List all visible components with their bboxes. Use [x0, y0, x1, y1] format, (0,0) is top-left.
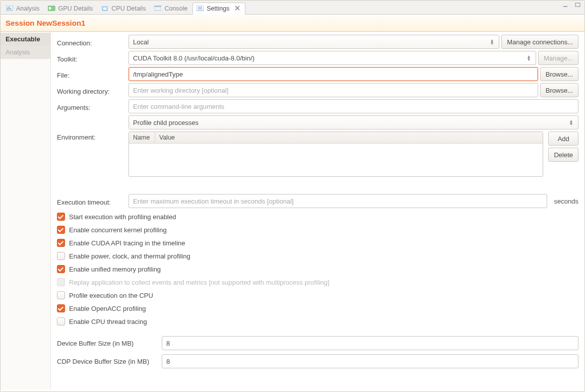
chk-profile-cpu[interactable]: [57, 291, 65, 299]
timeout-label: Execution timeout:: [57, 197, 124, 206]
sidebar-item-executable[interactable]: Executable: [1, 33, 50, 46]
working-directory-input[interactable]: [128, 83, 538, 97]
console-icon: [154, 5, 162, 12]
gpu-icon: [48, 5, 56, 12]
chevron-updown-icon: ▴▾: [489, 39, 495, 45]
child-processes-value: Profile child processes: [133, 119, 199, 126]
timeout-input[interactable]: [128, 194, 547, 208]
svg-rect-5: [49, 7, 51, 10]
tab-cpu-label: CPU Details: [111, 5, 146, 12]
file-input[interactable]: [128, 67, 538, 81]
cpu-icon: [101, 5, 109, 12]
chk-profile-cpu-label: Profile execution on the CPU: [69, 292, 153, 299]
environment-body[interactable]: [129, 144, 543, 176]
tab-settings[interactable]: Settings: [192, 3, 245, 15]
chk-cpu-thread-tracing-label: Enable CPU thread tracing: [69, 318, 147, 325]
tab-settings-label: Settings: [207, 5, 229, 12]
svg-rect-2: [9, 7, 10, 10]
child-processes-select[interactable]: Profile child processes ▴▾: [128, 115, 578, 129]
chk-concurrent-kernel-label: Enable concurrent kernel profiling: [69, 226, 167, 234]
svg-rect-16: [563, 6, 567, 7]
add-env-button[interactable]: Add: [548, 132, 578, 146]
sidebar-item-label: Analysis: [6, 48, 30, 56]
chk-replay-application: [57, 278, 65, 286]
analysis-icon: [6, 5, 14, 12]
env-col-value[interactable]: Value: [155, 132, 543, 143]
sidebar-item-label: Executable: [6, 35, 40, 43]
browse-wdir-button[interactable]: Browse...: [540, 83, 578, 97]
maximize-icon[interactable]: [574, 3, 581, 8]
svg-rect-3: [10, 8, 11, 10]
tab-console[interactable]: Console: [151, 3, 192, 14]
connection-select[interactable]: Local ▴▾: [128, 35, 499, 49]
chk-profiling-enabled[interactable]: [57, 213, 65, 221]
chk-concurrent-kernel[interactable]: [57, 226, 65, 234]
window: Analysis GPU Details CPU Details Console…: [0, 0, 585, 392]
body: Executable Analysis Connection: Local ▴▾…: [1, 32, 584, 389]
connection-label: Connection:: [57, 37, 124, 47]
chk-openacc-label: Enable OpenACC profiling: [69, 305, 146, 312]
cdp-buffer-input[interactable]: [162, 354, 578, 368]
sidebar: Executable Analysis: [1, 32, 51, 389]
cdp-buffer-label: CDP Device Buffer Size (in MB): [57, 358, 158, 365]
environment-table: Name Value: [128, 132, 543, 177]
close-icon[interactable]: [235, 5, 240, 12]
chk-power-clock-thermal-label: Enable power, clock, and thermal profili…: [69, 252, 190, 260]
tab-analysis-label: Analysis: [16, 5, 40, 12]
tab-console-label: Console: [164, 5, 187, 12]
arguments-input[interactable]: [128, 99, 578, 113]
device-buffer-label: Device Buffer Size (in MB): [57, 340, 158, 347]
connection-value: Local: [133, 38, 149, 46]
delete-env-button[interactable]: Delete: [548, 148, 578, 162]
environment-label: Environment:: [57, 132, 124, 141]
env-col-name[interactable]: Name: [129, 132, 155, 143]
toolkit-value: CUDA Toolkit 8.0 (/usr/local/cuda-8.0/bi…: [133, 54, 254, 62]
chk-replay-application-label: Replay application to collect events and…: [69, 279, 330, 286]
chk-profiling-enabled-label: Start execution with profiling enabled: [69, 213, 176, 221]
chk-unified-memory-label: Enable unified memory profiling: [69, 266, 161, 273]
settings-icon: [196, 5, 204, 12]
device-buffer-input[interactable]: [162, 336, 578, 350]
sidebar-item-analysis[interactable]: Analysis: [1, 46, 50, 59]
toolkit-label: Toolkit:: [57, 53, 124, 63]
form-area: Connection: Local ▴▾ Manage connections.…: [51, 32, 584, 389]
tab-gpu-details[interactable]: GPU Details: [45, 3, 98, 14]
tab-cpu-details[interactable]: CPU Details: [98, 3, 151, 14]
window-controls: [562, 3, 581, 8]
minimize-icon[interactable]: [562, 3, 569, 8]
chevron-updown-icon: ▴▾: [568, 119, 574, 125]
chk-cpu-thread-tracing[interactable]: [57, 317, 65, 325]
chk-openacc[interactable]: [57, 304, 65, 312]
working-directory-label: Working directory:: [57, 86, 124, 95]
svg-rect-17: [575, 3, 580, 7]
svg-rect-1: [7, 8, 8, 10]
manage-connections-button[interactable]: Manage connections...: [501, 35, 578, 49]
top-tabstrip: Analysis GPU Details CPU Details Console…: [1, 1, 584, 15]
chevron-updown-icon: ▴▾: [526, 55, 532, 61]
manage-toolkit-button[interactable]: Manage...: [538, 51, 578, 65]
toolkit-select[interactable]: CUDA Toolkit 8.0 (/usr/local/cuda-8.0/bi…: [128, 51, 536, 65]
browse-file-button[interactable]: Browse...: [540, 67, 578, 81]
arguments-label: Arguments:: [57, 102, 124, 111]
timeout-suffix: seconds: [551, 198, 578, 205]
svg-rect-9: [154, 6, 161, 7]
environment-header: Name Value: [129, 132, 543, 144]
tab-analysis[interactable]: Analysis: [3, 3, 45, 14]
tab-gpu-label: GPU Details: [58, 5, 93, 12]
chk-unified-memory[interactable]: [57, 265, 65, 273]
svg-rect-7: [103, 8, 106, 10]
page-title: Session NewSession1: [1, 15, 584, 32]
chk-cuda-api-tracing[interactable]: [57, 239, 65, 247]
chk-power-clock-thermal[interactable]: [57, 252, 65, 260]
chk-cuda-api-tracing-label: Enable CUDA API tracing in the timeline: [69, 239, 185, 247]
file-label: File:: [57, 70, 124, 79]
empty-label: [57, 121, 124, 123]
